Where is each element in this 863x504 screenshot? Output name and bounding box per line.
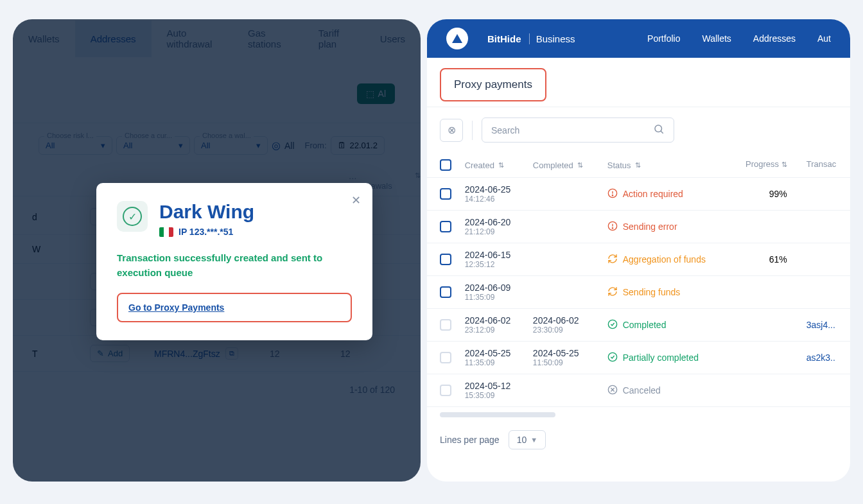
chevron-down-icon: ▾ xyxy=(179,141,183,150)
all-label: All xyxy=(284,141,295,151)
alert-icon xyxy=(607,221,618,233)
sort-icon[interactable]: ⇅ xyxy=(415,171,421,191)
sort-icon[interactable]: ⇅ xyxy=(635,161,641,169)
cur-label: Choose a cur... xyxy=(122,132,175,139)
check-icon: ✓ xyxy=(123,207,142,226)
close-icon[interactable]: ✕ xyxy=(351,193,361,207)
check-icon xyxy=(607,352,618,364)
modal-cta-box: Go to Proxy Payments xyxy=(117,293,352,322)
nav-aut[interactable]: Aut xyxy=(817,33,831,44)
sort-icon[interactable]: ⇅ xyxy=(781,161,787,168)
row-letter: W xyxy=(13,244,39,254)
refresh-icon xyxy=(607,254,618,266)
address-value: MFRN4...ZgFtsz xyxy=(154,349,220,359)
tab-proxy-payments[interactable]: Proxy payments xyxy=(440,68,546,101)
num2: 12 xyxy=(340,349,411,359)
risk-value: All xyxy=(46,141,55,150)
row-checkbox xyxy=(440,385,451,396)
lines-per-page-label: Lines per page xyxy=(440,435,500,445)
col-status[interactable]: Status xyxy=(607,161,631,170)
edit-icon: ✎ xyxy=(97,349,104,358)
created-date: 2024-06-20 xyxy=(465,217,511,227)
chevron-down-icon: ▼ xyxy=(530,436,537,444)
modal-title: Dark Wing xyxy=(159,201,254,223)
col-progress[interactable]: Progress xyxy=(745,159,779,169)
row-checkbox[interactable] xyxy=(440,188,451,200)
table-row[interactable]: T ✎ Add MFRN4...ZgFtsz⧉ 12 12 xyxy=(13,336,421,372)
go-to-proxy-payments-link[interactable]: Go to Proxy Payments xyxy=(128,302,224,313)
nav-wallets[interactable]: Wallets xyxy=(702,33,731,44)
nav-addresses[interactable]: Addresses xyxy=(753,33,796,44)
risk-filter[interactable]: Choose risk l... All ▾ xyxy=(39,136,112,155)
status-text: Canceled xyxy=(623,385,661,395)
row-checkbox[interactable] xyxy=(440,254,451,265)
col-transaction[interactable]: Transac xyxy=(806,159,836,169)
sort-icon[interactable]: ⇅ xyxy=(498,161,504,169)
svg-point-4 xyxy=(612,195,613,195)
col-created[interactable]: Created xyxy=(465,161,494,170)
row-checkbox[interactable] xyxy=(440,286,451,298)
nav-portfolio[interactable]: Portfolio xyxy=(647,33,680,44)
created-time: 23:12:09 xyxy=(465,326,511,335)
chevron-down-icon: ▾ xyxy=(256,141,261,150)
horizontal-scrollbar[interactable] xyxy=(440,412,555,417)
status-text: Sending funds xyxy=(623,287,681,297)
status-text: Action required xyxy=(623,189,683,199)
cur-value: All xyxy=(123,141,132,150)
row-checkbox[interactable] xyxy=(440,221,451,232)
success-badge: ✓ xyxy=(117,201,148,232)
proxy-payment-row[interactable]: 2024-06-20 21:12:09 Sending error xyxy=(427,211,850,243)
calendar-icon: 🗓 xyxy=(338,141,346,150)
currency-filter[interactable]: Choose a cur... All ▾ xyxy=(116,136,190,155)
created-time: 11:35:09 xyxy=(465,293,511,302)
progress-value: 61% xyxy=(737,254,787,265)
completed-time: 23:30:09 xyxy=(533,326,579,335)
select-all-checkbox[interactable] xyxy=(440,159,451,171)
nav-auto-withdrawal[interactable]: Auto withdrawal xyxy=(152,19,233,62)
proxy-payment-row[interactable]: 2024-06-09 11:35:09 Sending funds xyxy=(427,276,850,309)
action-icon: ⬚ xyxy=(366,89,374,99)
add-button[interactable]: ✎ Add xyxy=(90,345,130,362)
lines-per-page-select[interactable]: 10 ▼ xyxy=(509,430,546,449)
proxy-payment-row[interactable]: 2024-06-02 23:12:09 2024-06-0223:30:09 C… xyxy=(427,309,850,342)
proxy-payment-row[interactable]: 2024-05-12 15:35:09 Canceled xyxy=(427,374,850,407)
search-icon xyxy=(653,123,665,137)
row-checkbox xyxy=(440,352,451,363)
num1: 12 xyxy=(270,349,340,359)
circle-x-icon: ⊗ xyxy=(448,124,456,136)
proxy-payment-row[interactable]: 2024-06-15 12:35:12 Aggregation of funds… xyxy=(427,243,850,276)
proxy-payment-row[interactable]: 2024-06-25 14:12:46 Action required 99% xyxy=(427,178,850,211)
completed-time: 11:50:09 xyxy=(533,358,579,367)
transaction-link[interactable]: as2k3.. xyxy=(787,352,837,363)
from-date-picker[interactable]: 🗓 22.01.2 xyxy=(331,136,385,155)
status-text: Completed xyxy=(623,320,667,330)
svg-point-0 xyxy=(655,125,662,132)
search-input[interactable]: Search xyxy=(482,117,674,143)
copy-icon[interactable]: ⧉ xyxy=(225,347,238,360)
nav-users[interactable]: Users xyxy=(365,21,421,57)
nav-addresses[interactable]: Addresses xyxy=(75,21,152,57)
top-action-button[interactable]: ⬚ Al xyxy=(357,83,395,104)
from-date-value: 22.01.2 xyxy=(350,141,378,150)
nav-gas-stations[interactable]: Gas stations xyxy=(232,19,303,62)
cancel-icon xyxy=(607,385,618,397)
wallet-filter[interactable]: Choose a wal... All ▾ xyxy=(194,136,268,155)
wal-value: All xyxy=(201,141,210,150)
bithide-logo-icon xyxy=(446,28,468,49)
created-date: 2024-06-09 xyxy=(465,282,511,293)
row-letter: T xyxy=(13,349,39,359)
sort-icon[interactable]: ⇅ xyxy=(577,161,583,169)
svg-point-7 xyxy=(612,227,613,228)
proxy-payment-row[interactable]: 2024-05-25 11:35:09 2024-05-2511:50:09 P… xyxy=(427,342,850,374)
transaction-link[interactable]: 3asj4... xyxy=(787,320,837,330)
divider xyxy=(472,121,473,140)
alert-icon xyxy=(607,188,618,200)
status-text: Sending error xyxy=(623,222,677,232)
modal-ip: IP 123.***.*51 xyxy=(179,227,233,237)
nav-wallets[interactable]: Wallets xyxy=(13,21,75,57)
created-date: 2024-06-25 xyxy=(465,184,511,195)
clear-search-button[interactable]: ⊗ xyxy=(440,119,463,142)
nav-tariff-plan[interactable]: Tariff plan xyxy=(303,19,365,62)
svg-point-9 xyxy=(608,352,616,361)
col-completed[interactable]: Completed xyxy=(533,161,573,170)
